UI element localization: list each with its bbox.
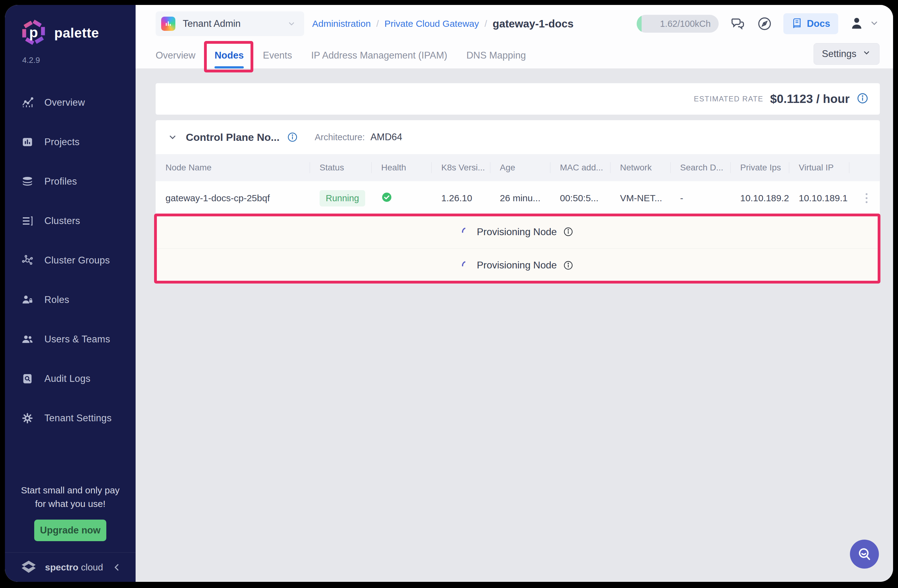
sidebar-nav: Overview Projects Profiles: [5, 83, 135, 438]
upgrade-now-button[interactable]: Upgrade now: [34, 520, 106, 541]
tab-events[interactable]: Events: [263, 43, 292, 68]
docs-button[interactable]: Docs: [783, 13, 838, 34]
info-icon[interactable]: [287, 132, 298, 143]
feedback-chat-button[interactable]: [730, 16, 746, 32]
estimated-rate-label: ESTIMATED RATE: [694, 95, 763, 103]
tab-ipam[interactable]: IP Address Management (IPAM): [311, 43, 447, 68]
topbar: Tenant Admin Administration / Private Cl…: [155, 5, 893, 43]
provisioning-node-label: Provisioning Node: [477, 226, 557, 238]
sidebar-item-audit-logs[interactable]: Audit Logs: [5, 359, 135, 399]
collapse-chevron-icon[interactable]: [167, 132, 178, 142]
cell-private-ips: 10.10.189.2: [730, 193, 789, 203]
info-icon[interactable]: [563, 226, 574, 237]
pool-title: Control Plane No...: [186, 131, 280, 143]
app-version: 4.2.9: [22, 55, 135, 65]
provisioning-node-row: Provisioning Node: [155, 248, 880, 282]
page-title: gateway-1-docs: [493, 18, 574, 30]
column-header-node-name[interactable]: Node Name: [155, 154, 310, 181]
breadcrumb-separator: /: [376, 18, 379, 29]
cell-status: Running: [310, 190, 371, 206]
sidebar-item-label: Audit Logs: [45, 373, 91, 384]
row-actions-kebab-icon[interactable]: [864, 191, 869, 205]
sidebar-item-label: Roles: [45, 294, 69, 305]
upgrade-promo: Start small and only pay for what you us…: [5, 483, 135, 552]
column-header-health[interactable]: Health: [371, 154, 431, 181]
sidebar-item-profiles[interactable]: Profiles: [5, 162, 135, 201]
sidebar-item-roles[interactable]: Roles: [5, 280, 135, 320]
sidebar-item-projects[interactable]: Projects: [5, 122, 135, 162]
app-window: p palette 4.2.9 Overview Projects: [5, 5, 893, 582]
table-header-row: Node Name Status Health K8s Versi... Age…: [155, 154, 880, 181]
breadcrumb-private-cloud-gateway[interactable]: Private Cloud Gateway: [384, 18, 479, 29]
spinner-icon: [460, 259, 472, 271]
explore-compass-button[interactable]: [757, 16, 772, 31]
architecture-label: Architecture:: [315, 132, 365, 142]
column-header-status[interactable]: Status: [310, 154, 371, 181]
table-row[interactable]: gateway-1-docs-cp-25bqf Running 1.26.10 …: [155, 181, 880, 215]
breadcrumb-administration[interactable]: Administration: [312, 18, 371, 29]
sidebar-item-clusters[interactable]: Clusters: [5, 201, 135, 241]
sidebar-item-label: Overview: [45, 97, 85, 108]
provisioning-node-label: Provisioning Node: [477, 260, 557, 271]
cell-mac-address: 00:50:5...: [550, 193, 610, 203]
chevron-down-icon: [287, 19, 296, 28]
brand-primary: spectro: [45, 562, 78, 572]
app-name: palette: [54, 25, 99, 41]
architecture-value: AMD64: [371, 132, 402, 143]
sidebar-footer: spectro cloud: [5, 552, 135, 582]
column-header-k8s[interactable]: K8s Versi...: [431, 154, 490, 181]
column-header-private-ips[interactable]: Private Ips: [730, 154, 789, 181]
cell-k8s-version: 1.26.10: [431, 193, 490, 203]
column-header-mac[interactable]: MAC add...: [550, 154, 610, 181]
palette-logo-icon: p: [20, 19, 47, 47]
sidebar-item-label: Projects: [45, 137, 80, 148]
projects-icon: [21, 135, 34, 149]
tab-dns-mapping[interactable]: DNS Mapping: [466, 43, 526, 68]
column-header-network[interactable]: Network: [610, 154, 670, 181]
info-icon[interactable]: [856, 92, 869, 106]
column-header-virtual-ip[interactable]: Virtual IP: [789, 154, 849, 181]
settings-button[interactable]: Settings: [813, 43, 880, 65]
user-menu[interactable]: [849, 16, 880, 32]
user-avatar-icon: [849, 16, 864, 32]
column-header-age[interactable]: Age: [490, 154, 550, 181]
chevron-down-icon: [869, 18, 880, 29]
search-widget-button[interactable]: [850, 540, 879, 569]
settings-button-label: Settings: [822, 48, 856, 60]
sidebar-item-tenant-settings[interactable]: Tenant Settings: [5, 399, 135, 438]
pool-header: Control Plane No... Architecture: AMD64: [155, 120, 880, 154]
estimated-rate-bar: ESTIMATED RATE $0.1123 / hour: [155, 83, 880, 115]
sidebar-collapse-icon[interactable]: [112, 563, 121, 572]
svg-text:p: p: [29, 25, 38, 40]
estimated-rate-value: $0.1123 / hour: [770, 92, 850, 106]
overview-icon: [21, 96, 34, 109]
sidebar-item-label: Clusters: [45, 215, 80, 226]
column-header-search-domain[interactable]: Search D...: [670, 154, 730, 181]
sidebar-item-cluster-groups[interactable]: Cluster Groups: [5, 241, 135, 280]
provisioning-node-row: Provisioning Node: [155, 215, 880, 248]
promo-line1: Start small and only pay: [11, 483, 129, 497]
sidebar-item-users-teams[interactable]: Users & Teams: [5, 320, 135, 359]
sidebar: p palette 4.2.9 Overview Projects: [5, 5, 135, 582]
column-header-actions: [849, 154, 880, 181]
topbar-actions: 1.62/100kCh: [637, 13, 880, 34]
status-badge: Running: [320, 190, 365, 206]
tab-nodes[interactable]: Nodes: [214, 43, 244, 68]
cell-network: VM-NET...: [610, 193, 670, 203]
project-scope-label: Tenant Admin: [183, 18, 241, 29]
audit-logs-icon: [21, 372, 34, 386]
node-pool-card: Control Plane No... Architecture: AMD64 …: [155, 120, 880, 282]
health-check-icon: [381, 192, 392, 205]
profiles-icon: [21, 175, 34, 188]
usage-progress-fill: [637, 15, 641, 33]
project-scope-selector[interactable]: Tenant Admin: [155, 11, 304, 36]
spinner-icon: [460, 226, 472, 238]
info-icon[interactable]: [563, 260, 574, 271]
sidebar-item-overview[interactable]: Overview: [5, 83, 135, 122]
tenant-settings-icon: [21, 411, 34, 425]
tab-overview[interactable]: Overview: [155, 43, 195, 68]
cluster-groups-icon: [21, 254, 34, 267]
cell-health: [371, 192, 431, 205]
page-header: Tenant Admin Administration / Private Cl…: [135, 5, 893, 68]
chevron-down-icon: [862, 48, 871, 60]
